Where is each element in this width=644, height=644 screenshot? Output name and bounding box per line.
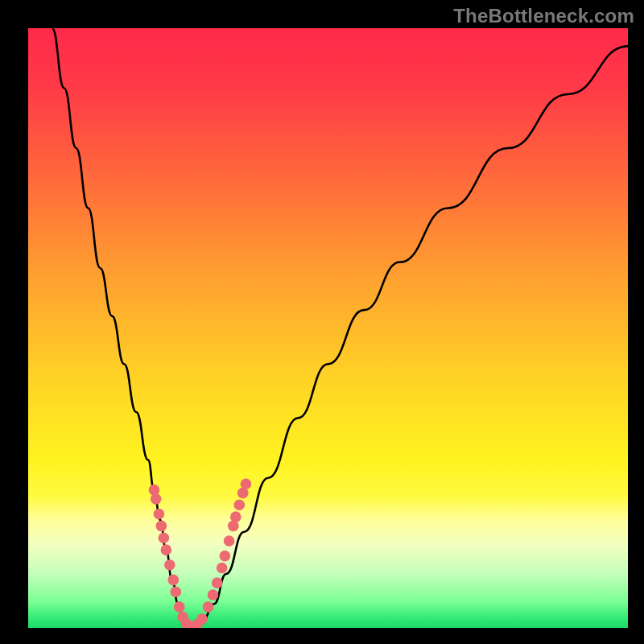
plot-area xyxy=(28,28,628,628)
chart-frame: TheBottleneck.com xyxy=(0,0,644,644)
svg-rect-0 xyxy=(28,28,628,628)
watermark-text: TheBottleneck.com xyxy=(453,5,634,27)
background-gradient xyxy=(28,28,628,628)
